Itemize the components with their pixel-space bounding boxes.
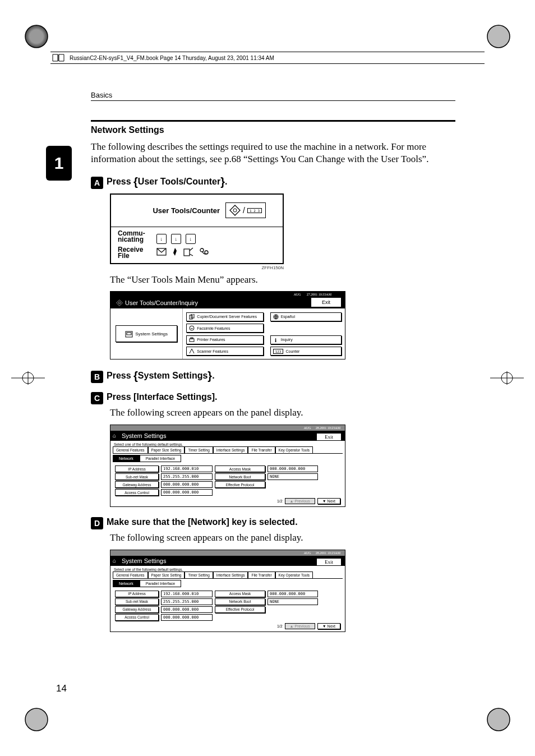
svg-point-14 bbox=[233, 209, 237, 212]
svg-point-19 bbox=[118, 302, 121, 304]
tab-interface[interactable]: Interface Settings bbox=[213, 446, 248, 453]
panel1-communicating-l2: nicating bbox=[118, 236, 144, 243]
svg-rect-25 bbox=[190, 339, 194, 342]
step-1: A Press {User Tools/Counter}. bbox=[91, 174, 455, 188]
step1-lead: Press bbox=[107, 177, 133, 186]
menu-system-settings-button[interactable]: System Settings bbox=[116, 325, 177, 342]
panel1-tray-icons: ↓↓↓ bbox=[156, 234, 209, 244]
step-4: D Make sure that the [Network] key is se… bbox=[91, 516, 455, 528]
svg-rect-21 bbox=[127, 333, 131, 335]
after-step1-text: The “User Tools Main Menu” appears. bbox=[110, 274, 455, 286]
reg-mark-top-left bbox=[22, 22, 50, 50]
reg-mark-bottom-right bbox=[485, 706, 513, 734]
step-badge-2: B bbox=[91, 371, 103, 383]
btn-next-2[interactable]: ▼ Next bbox=[317, 623, 340, 629]
tab-timer[interactable]: Timer Setting bbox=[185, 446, 213, 453]
subtab-parallel[interactable]: Parallel Interface bbox=[140, 455, 182, 462]
intro-paragraph: The following describes the settings req… bbox=[91, 141, 455, 165]
illus-settings-screen-2: AUG28.2001 10:23AM ⌂System Settings Exit… bbox=[110, 550, 345, 632]
panel1-counter-chip: 1 2 3 bbox=[247, 208, 262, 213]
running-head: Basics bbox=[91, 91, 455, 101]
tab-keyop[interactable]: Key Operator Tools bbox=[275, 446, 313, 453]
svg-rect-26 bbox=[191, 338, 193, 339]
reg-cross-left bbox=[11, 371, 45, 385]
btn-netboot[interactable]: Network Boot bbox=[215, 473, 265, 480]
menu-exit-button[interactable]: Exit bbox=[311, 297, 342, 307]
settings-exit-button-1[interactable]: Exit bbox=[316, 433, 342, 441]
illus-user-tools-menu: AUG27.2001 10:33AM User Tools/Counter/In… bbox=[110, 291, 345, 359]
after-step3: The following screen appears on the pane… bbox=[110, 407, 455, 419]
panel1-code: ZFFH150N bbox=[110, 265, 284, 270]
menu-printer-button[interactable]: Printer Features bbox=[186, 335, 263, 344]
menu-copier-button[interactable]: Copier/Document Server Features bbox=[186, 312, 263, 321]
btn-prev-1: ▲ Previous bbox=[285, 498, 315, 504]
menu-language-button[interactable]: Español bbox=[270, 312, 342, 321]
step-badge-3: C bbox=[91, 392, 103, 404]
tab-paper[interactable]: Paper Size Setting bbox=[148, 446, 185, 453]
chapter-number: 1 bbox=[54, 154, 64, 173]
reg-mark-top-right bbox=[485, 22, 513, 50]
after-step4: The following screen appears on the pane… bbox=[110, 532, 455, 544]
menu-scanner-button[interactable]: Scanner Features bbox=[186, 347, 263, 356]
subtab-network[interactable]: Network bbox=[113, 455, 140, 462]
section-rule bbox=[91, 120, 455, 122]
settings-exit-button-2[interactable]: Exit bbox=[316, 558, 342, 566]
step-badge-4: D bbox=[91, 517, 103, 529]
menu-title: User Tools/Counter/Inquiry bbox=[125, 299, 198, 306]
btn-next-1[interactable]: ▼ Next bbox=[317, 498, 340, 504]
panel1-status-icons bbox=[156, 247, 209, 256]
book-icon bbox=[50, 53, 66, 63]
step-3: C Press [Interface Settings]. bbox=[91, 391, 455, 403]
btn-prev-2: ▲ Previous bbox=[285, 623, 315, 629]
page-number: 14 bbox=[56, 683, 67, 694]
menu-fax-button[interactable]: Facsimile Features bbox=[186, 324, 263, 333]
menu-counter-button[interactable]: 123Counter bbox=[270, 347, 342, 356]
svg-rect-16 bbox=[184, 249, 190, 256]
print-header: RussianC2-EN-sysF1_V4_FM.book Page 14 Th… bbox=[50, 52, 485, 64]
panel1-top-label: User Tools/Counter bbox=[153, 206, 220, 215]
svg-point-17 bbox=[200, 248, 204, 252]
step-badge-1: A bbox=[91, 177, 103, 189]
chapter-tab: 1 bbox=[46, 146, 72, 181]
btn-accessmask[interactable]: Access Mask bbox=[215, 465, 265, 472]
tab-general[interactable]: General Features bbox=[113, 446, 148, 453]
menu-inquiry-button[interactable]: iInquiry bbox=[270, 335, 342, 344]
btn-protocol[interactable]: Effective Protocol bbox=[215, 481, 265, 488]
btn-subnet[interactable]: Sub-net Mask bbox=[115, 473, 159, 480]
step-2: B Press {System Settings}. bbox=[91, 368, 455, 382]
step1-key: User Tools/Counter bbox=[138, 177, 220, 186]
reg-mark-bottom-left bbox=[22, 706, 50, 734]
tab-file[interactable]: File Transfer bbox=[248, 446, 275, 453]
panel1-key-icon: / 1 2 3 bbox=[225, 202, 266, 218]
btn-access[interactable]: Access Control bbox=[115, 489, 159, 496]
print-header-text: RussianC2-EN-sysF1_V4_FM.book Page 14 Th… bbox=[70, 55, 274, 61]
section-title: Network Settings bbox=[91, 125, 455, 135]
svg-point-24 bbox=[190, 326, 194, 330]
illus-user-tools-panel: User Tools/Counter / 1 2 3 Commu-nicatin… bbox=[110, 193, 455, 270]
btn-ip[interactable]: IP Address bbox=[115, 465, 159, 472]
illus-settings-screen-1: AUG28.2001 10:23AM ⌂System Settings Exit… bbox=[110, 425, 345, 507]
reg-cross-right bbox=[490, 371, 524, 385]
btn-gateway[interactable]: Gateway Address bbox=[115, 481, 159, 488]
panel1-receive-l2: File bbox=[118, 252, 130, 260]
